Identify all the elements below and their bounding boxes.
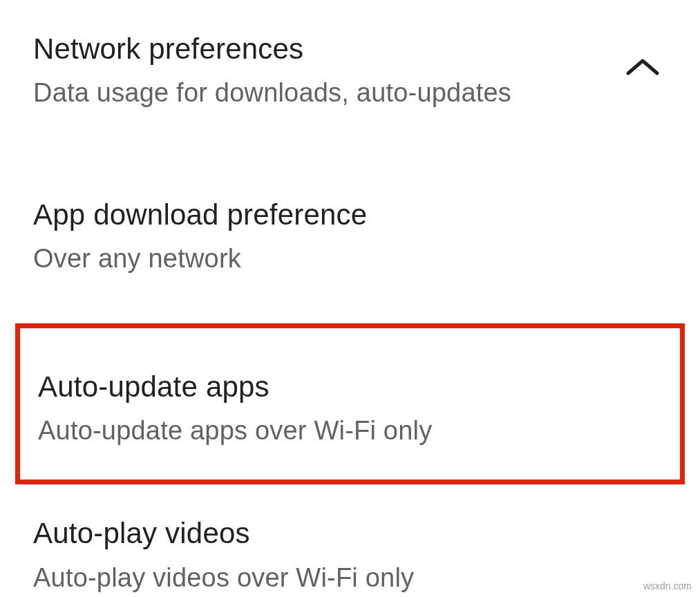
auto-update-apps-item[interactable]: Auto-update apps Auto-update apps over W…: [15, 323, 685, 485]
chevron-up-icon[interactable]: [624, 55, 661, 79]
setting-subtitle: Auto-update apps over Wi-Fi only: [38, 415, 662, 447]
setting-title: Auto-play videos: [33, 518, 667, 549]
app-download-preference-item[interactable]: App download preference Over any network: [0, 178, 700, 296]
setting-subtitle: Auto-play videos over Wi-Fi only: [33, 562, 667, 594]
section-title: Network preferences: [33, 33, 624, 65]
auto-play-videos-item[interactable]: Auto-play videos Auto-play videos over W…: [0, 505, 700, 594]
network-preferences-header[interactable]: Network preferences Data usage for downl…: [0, 0, 700, 123]
settings-page: Network preferences Data usage for downl…: [0, 0, 700, 597]
setting-subtitle: Over any network: [33, 243, 667, 275]
watermark-text: wsxdn.com: [643, 580, 692, 591]
section-subtitle: Data usage for downloads, auto-updates: [33, 77, 624, 109]
header-text-block: Network preferences Data usage for downl…: [33, 33, 624, 109]
setting-title: Auto-update apps: [38, 371, 662, 403]
setting-title: App download preference: [33, 199, 667, 231]
